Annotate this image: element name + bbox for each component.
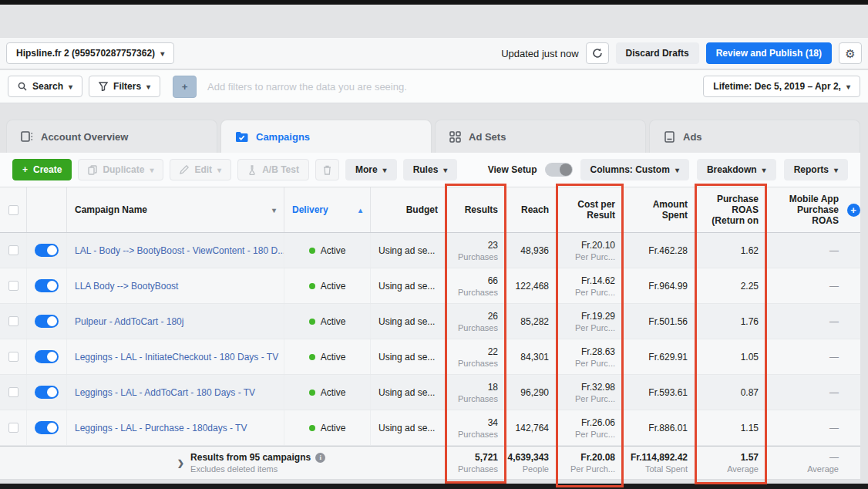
more-button[interactable]: More: [345, 159, 397, 180]
refresh-button[interactable]: [586, 42, 609, 64]
row-checkbox[interactable]: [8, 352, 19, 362]
campaign-toggle[interactable]: [35, 244, 59, 257]
summary-title: Results from 95 campaigns: [190, 452, 311, 463]
amount-spent-value: Fr.886.01: [648, 423, 688, 433]
column-header-cost-per-result[interactable]: Cost per Result: [557, 187, 623, 232]
reach-header-label: Reach: [521, 204, 549, 215]
campaign-name-link[interactable]: LLA Body --> BootyBoost: [75, 281, 276, 292]
filter-bar: Search Filters + Add filters to narrow t…: [0, 70, 868, 103]
create-button[interactable]: + Create: [12, 159, 72, 180]
duplicate-icon: [88, 165, 97, 175]
amount-spent-value: Fr.629.91: [648, 352, 688, 363]
search-icon: [18, 82, 27, 91]
review-and-publish-button[interactable]: Review and Publish (18): [706, 42, 832, 64]
tab-ads[interactable]: Ads: [649, 120, 860, 153]
budget-value: Using ad se...: [378, 387, 438, 398]
breakdown-button[interactable]: Breakdown: [697, 159, 776, 180]
campaign-toggle[interactable]: [35, 350, 59, 363]
cost-per-result-unit: Per Purc...: [575, 430, 615, 439]
active-status-dot: [309, 425, 315, 431]
add-filter-button[interactable]: +: [173, 76, 197, 98]
column-header-purchase-roas[interactable]: Purchase ROAS (Return on: [695, 187, 766, 232]
campaign-name-link[interactable]: Leggings - LAL - InitiateCheckout - 180 …: [75, 352, 276, 363]
delivery-status: Active: [321, 387, 346, 398]
search-button[interactable]: Search: [8, 76, 82, 97]
ad-account-name: Hipsline.fr 2 (959570287757362): [16, 48, 155, 59]
column-header-delivery[interactable]: Delivery: [284, 187, 370, 232]
row-checkbox[interactable]: [8, 245, 19, 255]
results-value: 34: [488, 417, 498, 428]
reach-value: 85,282: [520, 316, 549, 327]
reports-button[interactable]: Reports: [784, 159, 848, 180]
tab-ad-sets[interactable]: Ad Sets: [435, 120, 646, 153]
amount-spent-value: Fr.593.61: [648, 387, 688, 398]
add-column-button[interactable]: +: [846, 187, 860, 232]
duplicate-button[interactable]: Duplicate: [78, 159, 163, 180]
delivery-status: Active: [321, 352, 346, 363]
budget-value: Using ad se...: [378, 352, 438, 363]
amount-spent-value: Fr.501.56: [648, 316, 688, 327]
results-value: 23: [488, 240, 498, 251]
tab-label: Campaigns: [256, 131, 310, 143]
column-header-mobile-roas[interactable]: Mobile App Purchase ROAS: [766, 187, 846, 232]
date-range-selector[interactable]: Lifetime: Dec 5, 2019 – Apr 2,: [703, 76, 860, 97]
row-checkbox[interactable]: [8, 316, 19, 326]
column-header-results[interactable]: Results: [446, 187, 506, 232]
active-status-dot: [309, 319, 315, 325]
summary-subtitle: Excludes deleted items: [190, 464, 325, 474]
campaign-name-link[interactable]: Leggings - LAL - AddToCart - 180 Days - …: [75, 387, 276, 398]
tab-account-overview[interactable]: Account Overview: [6, 120, 217, 153]
cost-per-result-value: Fr.14.62: [581, 275, 615, 286]
table-row: Leggings - LAL - InitiateCheckout - 180 …: [0, 339, 860, 375]
breakdown-label: Breakdown: [707, 164, 757, 175]
column-header-budget[interactable]: Budget: [370, 187, 446, 232]
row-checkbox[interactable]: [8, 281, 19, 291]
view-setup-toggle[interactable]: [545, 163, 573, 177]
campaign-name-header-label: Campaign Name: [75, 204, 147, 215]
column-header-amount-spent[interactable]: Amount Spent: [623, 187, 695, 232]
budget-value: Using ad se...: [378, 423, 438, 433]
ad-account-selector[interactable]: Hipsline.fr 2 (959570287757362): [6, 42, 174, 64]
campaign-toggle[interactable]: [35, 421, 59, 434]
flask-icon: [247, 165, 257, 175]
campaign-name-link[interactable]: Pulpeur - AddToCart - 180j: [75, 316, 276, 327]
ab-test-button[interactable]: A/B Test: [237, 159, 309, 180]
delivery-status: Active: [321, 245, 346, 256]
campaign-toggle[interactable]: [35, 315, 59, 328]
cost-per-result-value: Fr.32.98: [581, 382, 615, 393]
reach-value: 122,468: [516, 281, 549, 292]
rules-button[interactable]: Rules: [403, 159, 458, 180]
cost-per-result-unit: Per Purc...: [575, 323, 615, 332]
settings-button[interactable]: ⚙: [839, 42, 862, 64]
delete-button[interactable]: [315, 159, 339, 180]
ad-sets-grid-icon: [449, 131, 461, 143]
duplicate-label: Duplicate: [103, 164, 144, 175]
filters-label: Filters: [113, 81, 141, 92]
plus-icon: +: [22, 164, 28, 175]
tab-campaigns[interactable]: Campaigns: [220, 120, 432, 153]
ab-test-label: A/B Test: [262, 164, 299, 175]
results-unit: Purchases: [458, 359, 498, 368]
campaign-name-link[interactable]: Leggings - LAL - Purchase - 180days - TV: [75, 423, 276, 433]
info-icon[interactable]: i: [315, 453, 325, 463]
campaign-name-link[interactable]: LAL - Body --> BootyBoost - ViewContent …: [75, 245, 276, 256]
campaign-toggle[interactable]: [35, 279, 59, 292]
filters-button[interactable]: Filters: [89, 76, 160, 97]
column-header-reach[interactable]: Reach: [506, 187, 557, 232]
column-header-campaign-name[interactable]: Campaign Name: [66, 187, 284, 232]
chevron-down-icon: [160, 48, 164, 59]
campaign-toggle[interactable]: [35, 386, 59, 399]
bottom-letterbox-bar: [0, 484, 868, 489]
table-row: Pulpeur - AddToCart - 180j Active Using …: [0, 304, 860, 339]
chevron-down-icon: [834, 164, 838, 175]
discard-drafts-button[interactable]: Discard Drafts: [616, 42, 699, 64]
row-checkbox[interactable]: [8, 387, 19, 397]
cost-per-result-value: Fr.26.06: [581, 417, 615, 428]
chevron-down-icon: [272, 204, 276, 215]
select-all-checkbox[interactable]: [8, 205, 19, 215]
edit-button[interactable]: Edit: [170, 159, 231, 180]
expand-chevron-icon[interactable]: ❯: [177, 458, 184, 468]
columns-button[interactable]: Columns: Custom: [580, 159, 689, 180]
avg-roas-unit: Average: [727, 464, 759, 474]
row-checkbox[interactable]: [8, 423, 19, 433]
